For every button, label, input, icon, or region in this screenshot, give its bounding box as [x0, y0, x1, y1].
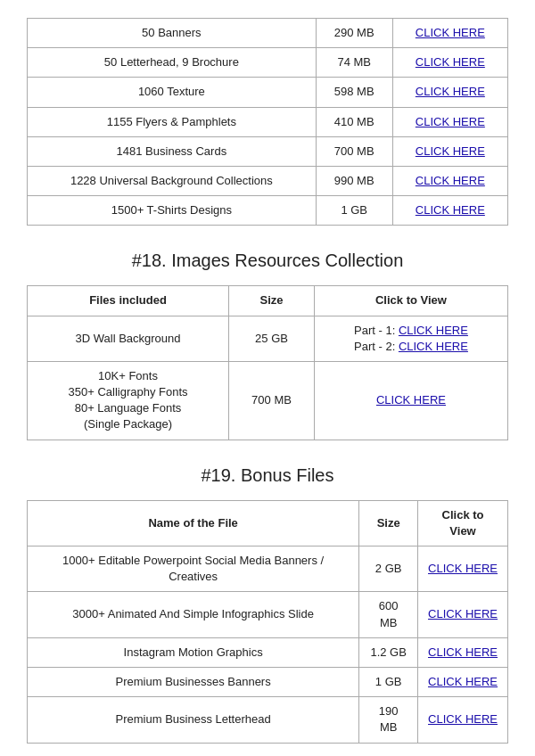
column-header: Click to View — [314, 286, 507, 316]
top-table: 50 Banners 290 MB CLICK HERE 50 Letterhe… — [27, 18, 508, 226]
table-row: 50 Banners 290 MB CLICK HERE — [28, 19, 508, 48]
file-link[interactable]: CLICK HERE — [418, 697, 508, 743]
file-size: 1 GB — [359, 667, 418, 696]
section19-table: Name of the FileSizeClick to View 1000+ … — [27, 500, 508, 744]
file-name: 1060 Texture — [28, 78, 317, 107]
table-row: Instagram Motion Graphics 1.2 GB CLICK H… — [28, 637, 508, 667]
file-name: 1000+ Editable Powerpoint Social Media B… — [28, 546, 359, 592]
section18-title: #18. Images Resources Collection — [27, 251, 508, 271]
link-line: Part - 1: — [354, 324, 399, 337]
table-row: 3D Wall Background25 GBPart - 1: CLICK H… — [28, 316, 508, 361]
column-header: Click to View — [418, 500, 508, 546]
file-name: Instagram Motion Graphics — [28, 637, 359, 667]
file-link[interactable]: CLICK HERE — [392, 196, 507, 226]
table-row: 10K+ Fonts350+ Calligraphy Fonts80+ Lang… — [28, 361, 508, 440]
file-link[interactable]: CLICK HERE — [392, 78, 507, 107]
file-link[interactable]: CLICK HERE — [392, 136, 507, 166]
click-link[interactable]: CLICK HERE — [416, 203, 485, 217]
click-link[interactable]: CLICK HERE — [399, 324, 468, 337]
link-line: Part - 2: — [354, 340, 399, 353]
file-size: 290 MB — [316, 19, 392, 48]
file-link[interactable]: CLICK HERE — [418, 637, 508, 667]
file-link[interactable]: CLICK HERE — [418, 667, 508, 696]
file-link[interactable]: CLICK HERE — [392, 107, 507, 136]
table-row: 50 Letterhead, 9 Brochure 74 MB CLICK HE… — [28, 48, 508, 78]
file-size: 600 MB — [359, 592, 418, 637]
click-link[interactable]: CLICK HERE — [428, 675, 498, 688]
file-size: 2 GB — [359, 546, 418, 592]
file-name: 50 Banners — [28, 19, 317, 48]
column-header: Files included — [28, 286, 229, 316]
table-row: 3000+ Animated And Simple Infographics S… — [28, 592, 508, 637]
click-link[interactable]: CLICK HERE — [416, 85, 485, 98]
click-link[interactable]: CLICK HERE — [428, 562, 498, 575]
table-row: 1000+ Editable Powerpoint Social Media B… — [28, 546, 508, 592]
file-size: 1.2 GB — [359, 637, 418, 667]
column-header: Size — [229, 286, 315, 316]
click-link[interactable]: CLICK HERE — [416, 174, 485, 187]
table-row: 1481 Business Cards 700 MB CLICK HERE — [28, 136, 508, 166]
file-link[interactable]: CLICK HERE — [418, 546, 508, 592]
column-header: Size — [359, 500, 418, 546]
file-name: 50 Letterhead, 9 Brochure — [28, 48, 317, 78]
file-size: 700 MB — [316, 136, 392, 166]
top-table-section: 50 Banners 290 MB CLICK HERE 50 Letterhe… — [27, 18, 508, 226]
table-row: Premium Business Letterhead 190 MB CLICK… — [28, 697, 508, 743]
file-name: 3D Wall Background — [28, 316, 229, 361]
file-name: Premium Businesses Banners — [28, 667, 359, 696]
file-size: 598 MB — [316, 78, 392, 107]
file-size: 700 MB — [229, 361, 315, 440]
click-link[interactable]: CLICK HERE — [428, 607, 498, 620]
file-link[interactable]: CLICK HERE — [392, 166, 507, 195]
click-link[interactable]: CLICK HERE — [428, 712, 498, 726]
click-link[interactable]: CLICK HERE — [416, 55, 485, 69]
table-row: 1060 Texture 598 MB CLICK HERE — [28, 78, 508, 107]
section18-table: Files includedSizeClick to View 3D Wall … — [27, 285, 508, 440]
file-link[interactable]: CLICK HERE — [418, 592, 508, 637]
file-link[interactable]: Part - 1: CLICK HEREPart - 2: CLICK HERE — [314, 316, 507, 361]
section19-title: #19. Bonus Files — [27, 465, 508, 486]
click-link[interactable]: CLICK HERE — [416, 115, 485, 128]
table-row: 1155 Flyers & Pamphlets 410 MB CLICK HER… — [28, 107, 508, 136]
table-row: 1228 Universal Background Collections 99… — [28, 166, 508, 195]
file-name: 3000+ Animated And Simple Infographics S… — [28, 592, 359, 637]
column-header: Name of the File — [28, 500, 359, 546]
file-name: Premium Business Letterhead — [28, 697, 359, 743]
file-size: 74 MB — [316, 48, 392, 78]
file-size: 1 GB — [316, 196, 392, 226]
file-size: 25 GB — [229, 316, 315, 361]
file-name: 1228 Universal Background Collections — [28, 166, 317, 195]
file-name: 1481 Business Cards — [28, 136, 317, 166]
click-link[interactable]: CLICK HERE — [376, 393, 446, 407]
click-link[interactable]: CLICK HERE — [416, 26, 485, 39]
file-size: 990 MB — [316, 166, 392, 195]
table-row: 1500+ T-Shirts Designs 1 GB CLICK HERE — [28, 196, 508, 226]
file-size: 190 MB — [359, 697, 418, 743]
table-row: Premium Businesses Banners 1 GB CLICK HE… — [28, 667, 508, 696]
file-name: 1500+ T-Shirts Designs — [28, 196, 317, 226]
file-link[interactable]: CLICK HERE — [314, 361, 507, 440]
click-link[interactable]: CLICK HERE — [428, 645, 498, 659]
click-link[interactable]: CLICK HERE — [399, 340, 468, 353]
click-link[interactable]: CLICK HERE — [416, 144, 485, 158]
file-link[interactable]: CLICK HERE — [392, 48, 507, 78]
file-name: 10K+ Fonts350+ Calligraphy Fonts80+ Lang… — [28, 361, 229, 440]
file-link[interactable]: CLICK HERE — [392, 19, 507, 48]
file-name: 1155 Flyers & Pamphlets — [28, 107, 317, 136]
file-size: 410 MB — [316, 107, 392, 136]
